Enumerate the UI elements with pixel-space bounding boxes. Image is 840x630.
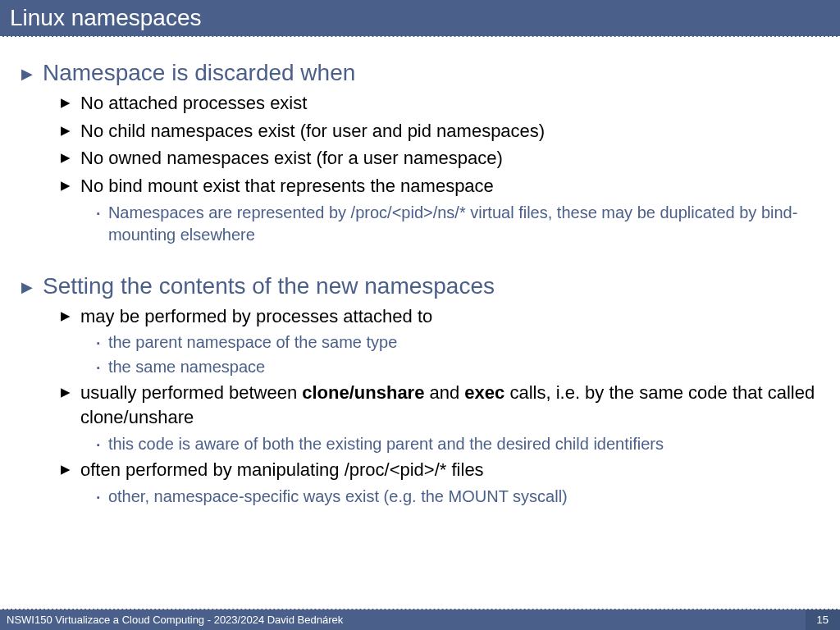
section-heading: ▶ Namespace is discarded when: [21, 60, 824, 86]
square-icon: ▪: [97, 208, 100, 218]
slide-footer: NSWI150 Virtualizace a Cloud Computing -…: [0, 609, 840, 630]
item-text: No bind mount exist that represents the …: [80, 174, 494, 199]
sub-list-item: ▪ Namespaces are represented by /proc/<p…: [97, 202, 824, 246]
list-item: ▶ may be performed by processes attached…: [61, 304, 824, 329]
square-icon: ▪: [97, 492, 100, 502]
list-item: ▶ usually performed between clone/unshar…: [61, 381, 824, 429]
sub-list-item: ▪ the same namespace: [97, 356, 824, 378]
triangle-icon: ▶: [61, 123, 71, 138]
item-text: No owned namespaces exist (for a user na…: [80, 146, 503, 171]
triangle-icon: ▶: [61, 178, 71, 193]
subitem-text: other, namespace-specific ways exist (e.…: [108, 486, 568, 508]
triangle-icon: ▶: [61, 150, 71, 165]
list-item: ▶ No owned namespaces exist (for a user …: [61, 146, 824, 171]
list-item: ▶ often performed by manipulating /proc/…: [61, 458, 824, 482]
list-item: ▶ No attached processes exist: [61, 91, 824, 116]
square-icon: ▪: [97, 440, 100, 450]
triangle-icon: ▶: [21, 65, 33, 83]
subitem-text: Namespaces are represented by /proc/<pid…: [108, 202, 824, 246]
subitem-text: the parent namespace of the same type: [108, 331, 397, 354]
square-icon: ▪: [97, 338, 100, 348]
section-heading: ▶ Setting the contents of the new namesp…: [21, 273, 824, 299]
subitem-text: this code is aware of both the existing …: [108, 433, 664, 455]
heading-text: Setting the contents of the new namespac…: [43, 273, 495, 299]
item-text: may be performed by processes attached t…: [80, 304, 432, 329]
footer-text: NSWI150 Virtualizace a Cloud Computing -…: [0, 614, 343, 626]
heading-text: Namespace is discarded when: [43, 60, 355, 86]
sub-list-item: ▪ this code is aware of both the existin…: [97, 433, 824, 455]
list-item: ▶ No child namespaces exist (for user an…: [61, 119, 824, 144]
text-fragment: usually performed between: [80, 382, 302, 403]
triangle-icon: ▶: [61, 385, 71, 399]
item-text: usually performed between clone/unshare …: [80, 381, 824, 429]
item-text: No attached processes exist: [80, 91, 307, 116]
slide-content: ▶ Namespace is discarded when ▶ No attac…: [0, 37, 840, 609]
bold-text: clone/unshare: [302, 382, 424, 403]
slide: Linux namespaces ▶ Namespace is discarde…: [0, 0, 840, 630]
triangle-icon: ▶: [21, 278, 33, 296]
triangle-icon: ▶: [61, 462, 71, 477]
slide-title: Linux namespaces: [0, 0, 840, 37]
bold-text: exec: [464, 382, 504, 403]
triangle-icon: ▶: [61, 308, 71, 323]
subitem-text: the same namespace: [108, 356, 265, 378]
sub-list-item: ▪ the parent namespace of the same type: [97, 331, 824, 354]
sub-list-item: ▪ other, namespace-specific ways exist (…: [97, 486, 824, 508]
triangle-icon: ▶: [61, 95, 71, 110]
item-text: often performed by manipulating /proc/<p…: [80, 458, 484, 482]
square-icon: ▪: [97, 363, 100, 372]
page-number: 15: [806, 609, 840, 630]
text-fragment: and: [424, 382, 464, 403]
list-item: ▶ No bind mount exist that represents th…: [61, 174, 824, 199]
item-text: No child namespaces exist (for user and …: [80, 119, 545, 144]
